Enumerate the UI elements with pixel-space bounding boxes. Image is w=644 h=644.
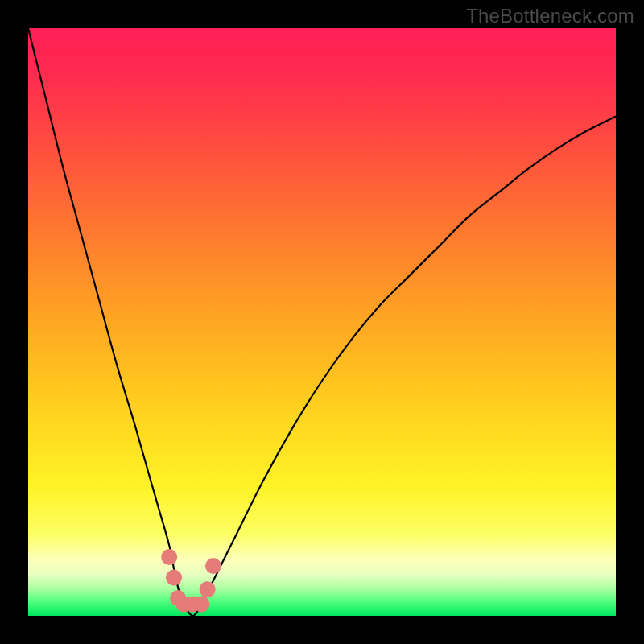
chart-svg <box>28 28 616 616</box>
highlight-dot <box>166 570 182 586</box>
highlight-dot <box>205 558 221 574</box>
highlight-dot <box>193 596 209 612</box>
watermark-text: TheBottleneck.com <box>466 5 634 27</box>
chart-frame: TheBottleneck.com <box>0 0 644 644</box>
highlight-dot <box>200 581 216 597</box>
gradient-background <box>28 28 616 616</box>
highlight-dot <box>161 549 177 565</box>
plot-area <box>28 28 616 616</box>
